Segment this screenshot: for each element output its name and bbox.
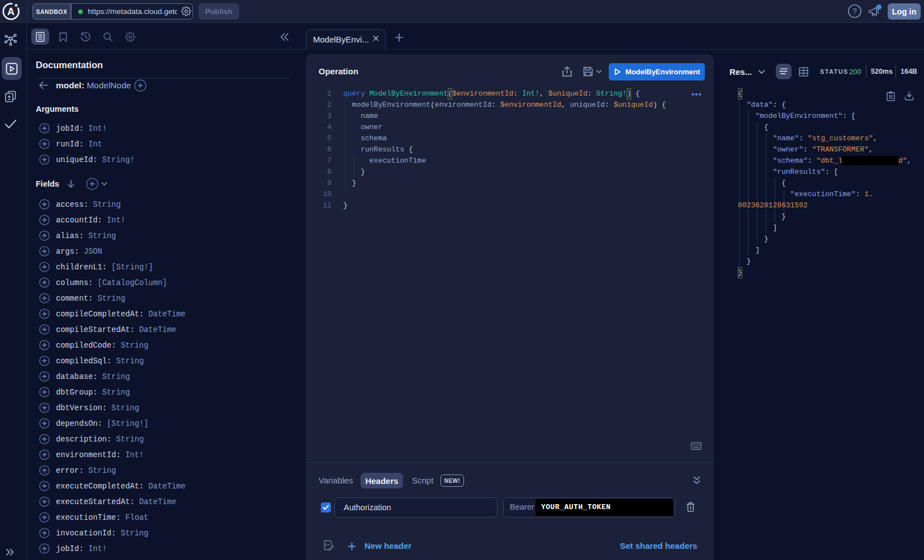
svg-text:?: ? bbox=[852, 7, 857, 16]
svg-text:A: A bbox=[7, 6, 15, 17]
